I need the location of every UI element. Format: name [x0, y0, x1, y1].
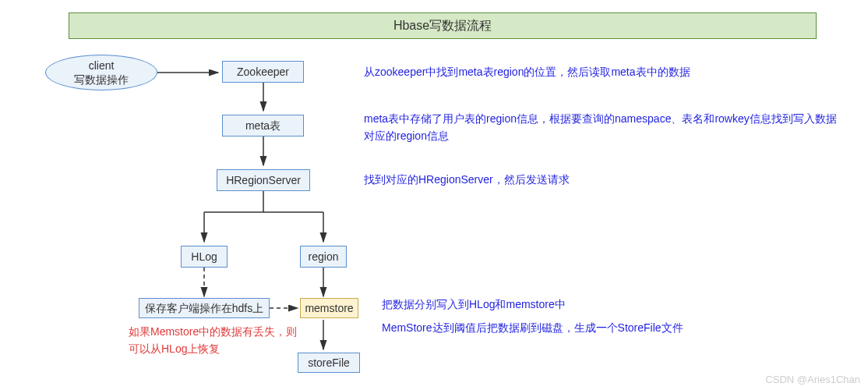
- hlog-label: HLog: [191, 250, 217, 264]
- client-node: client 写数据操作: [45, 55, 157, 90]
- hlog-node: HLog: [181, 246, 228, 268]
- hdfs-save-label: 保存客户端操作在hdfs上: [145, 302, 263, 315]
- title-text: Hbase写数据流程: [393, 18, 492, 34]
- memstore-node: memstore: [300, 298, 358, 318]
- watermark: CSDN @Aries1Chan: [765, 374, 860, 385]
- memstore-desc2: MemStore达到阈值后把数据刷到磁盘，生成一个StoreFile文件: [382, 320, 849, 337]
- memstore-desc1: 把数据分别写入到HLog和memstore中: [382, 296, 849, 314]
- storefile-label: storeFile: [308, 356, 350, 370]
- region-node: region: [300, 246, 347, 268]
- zookeeper-node: Zookeeper: [222, 61, 304, 83]
- hdfs-save-node: 保存客户端操作在hdfs上: [139, 298, 270, 318]
- zookeeper-desc: 从zookeeper中找到meta表region的位置，然后读取meta表中的数…: [364, 64, 847, 81]
- client-line1: client: [89, 58, 115, 73]
- meta-label: meta表: [245, 119, 281, 133]
- client-line2: 写数据操作: [74, 73, 129, 87]
- meta-desc: meta表中存储了用户表的region信息，根据要查询的namespace、表名…: [364, 111, 847, 144]
- meta-node: meta表: [222, 115, 304, 136]
- region-label: region: [309, 250, 339, 264]
- hregionserver-label: HRegionServer: [226, 174, 301, 187]
- title-bar: Hbase写数据流程: [69, 12, 817, 39]
- zookeeper-label: Zookeeper: [237, 66, 289, 79]
- hregion-desc: 找到对应的HRegionServer，然后发送请求: [364, 172, 847, 189]
- memstore-label: memstore: [305, 302, 353, 315]
- hlog-red-note: 如果Memstore中的数据有丢失，则可以从HLog上恢复: [129, 324, 300, 357]
- storefile-node: storeFile: [298, 353, 360, 373]
- hregionserver-node: HRegionServer: [217, 169, 310, 191]
